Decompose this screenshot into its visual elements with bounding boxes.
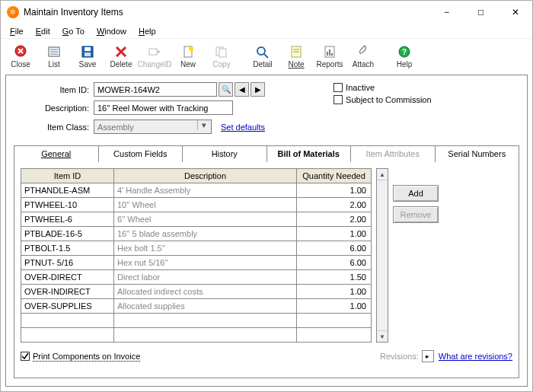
tb-delete[interactable]: Delete	[104, 40, 138, 72]
print-components-label: Print Components on Invoice	[33, 352, 140, 362]
what-are-revisions-link[interactable]: What are revisions?	[439, 352, 512, 361]
tb-reports[interactable]: Reports	[313, 40, 346, 72]
table-row[interactable]: PTBOLT-1.5Hex bolt 1.5''6.00	[21, 241, 372, 256]
inactive-label: Inactive	[346, 83, 375, 92]
item-class-select[interactable]: Assembly	[94, 120, 212, 134]
menu-help[interactable]: Help	[134, 26, 161, 37]
scroll-down-icon[interactable]: ▼	[377, 330, 388, 342]
revisions-lookup[interactable]: ▸	[422, 350, 434, 362]
revisions-label: Revisions:	[380, 352, 419, 361]
tb-copy[interactable]: Copy	[205, 40, 238, 72]
app-icon: ✲	[7, 6, 19, 18]
tb-list[interactable]: List	[37, 40, 71, 72]
svg-rect-8	[85, 47, 91, 51]
add-button[interactable]: Add	[393, 185, 439, 202]
toolbar: Close List Save Delete ChangeID New Copy…	[1, 38, 532, 73]
table-row[interactable]: PTWHEEL-66'' Wheel2.00	[21, 212, 372, 227]
changeid-icon	[146, 43, 163, 60]
menu-window[interactable]: Window	[92, 26, 131, 37]
table-row[interactable]: OVER-INDIRECTAllocated indirect costs1.0…	[21, 285, 372, 299]
detail-icon	[254, 43, 271, 60]
tab-general[interactable]: General	[14, 145, 99, 162]
close-window-button[interactable]: ✕	[498, 1, 532, 24]
minimize-button[interactable]: −	[429, 1, 464, 24]
scroll-up-icon[interactable]: ▲	[377, 169, 388, 180]
maintain-inventory-window: ✲ Maintain Inventory Items − □ ✕ File Ed…	[0, 0, 533, 392]
reports-icon	[321, 43, 338, 60]
table-row-empty[interactable]	[21, 314, 372, 328]
next-record-button[interactable]: ▶	[251, 82, 265, 97]
svg-line-18	[264, 54, 268, 58]
menu-goto[interactable]: Go To	[58, 26, 89, 37]
table-row[interactable]: PTWHEEL-1010'' Wheel2.00	[21, 198, 372, 212]
tab-strip: General Custom Fields History Bill of Ma…	[14, 145, 519, 161]
svg-point-14	[189, 46, 193, 51]
list-icon	[46, 43, 62, 60]
lookup-button[interactable]: 🔍	[219, 82, 233, 97]
col-description[interactable]: Description	[114, 169, 297, 183]
tb-help[interactable]: ?Help	[388, 40, 421, 72]
tb-detail[interactable]: Detail	[246, 40, 279, 72]
tb-save[interactable]: Save	[71, 40, 104, 72]
menu-bar: File Edit Go To Window Help	[1, 24, 532, 38]
tb-close[interactable]: Close	[4, 40, 37, 72]
menu-edit[interactable]: Edit	[31, 26, 55, 37]
item-id-input[interactable]	[94, 82, 217, 97]
tab-bill-of-materials[interactable]: Bill of Materials	[267, 145, 352, 162]
delete-icon	[113, 43, 129, 60]
tb-new[interactable]: New	[171, 40, 205, 72]
new-icon	[180, 43, 196, 60]
save-icon	[79, 43, 96, 60]
commission-label: Subject to Commission	[346, 95, 432, 104]
table-row[interactable]: PTHANDLE-ASM4' Handle Assembly1.00	[21, 183, 372, 198]
svg-rect-12	[149, 49, 157, 55]
set-defaults-link[interactable]: Set defaults	[221, 123, 265, 132]
title-bar: ✲ Maintain Inventory Items − □ ✕	[1, 1, 532, 24]
prev-record-button[interactable]: ◀	[235, 82, 249, 97]
description-input[interactable]	[94, 100, 233, 115]
table-row[interactable]: PTNUT- 5/16Hex nut 5/16''6.00	[21, 256, 372, 270]
table-row[interactable]: OVER-SUPPLIESAllocated supplies1.00	[21, 299, 372, 314]
svg-rect-16	[219, 49, 226, 57]
tb-note[interactable]: Note	[279, 40, 313, 72]
help-icon: ?	[396, 43, 413, 60]
maximize-button[interactable]: □	[464, 1, 498, 24]
print-components-checkbox[interactable]	[21, 352, 30, 361]
remove-button[interactable]: Remove	[393, 206, 439, 223]
col-item-id[interactable]: Item ID	[21, 169, 114, 183]
tb-changeid[interactable]: ChangeID	[138, 40, 171, 72]
inactive-checkbox[interactable]	[334, 83, 343, 92]
table-row[interactable]: PTBLADE-16-516'' 5 blade assembly1.00	[21, 227, 372, 241]
svg-rect-9	[85, 53, 91, 56]
window-title: Maintain Inventory Items	[24, 7, 429, 18]
tab-item-attributes[interactable]: Item Attributes	[351, 145, 436, 162]
col-qty[interactable]: Quantity Needed	[297, 169, 372, 183]
svg-point-17	[257, 47, 265, 55]
label-item-class: Item Class:	[14, 123, 94, 132]
label-description: Description:	[14, 104, 94, 113]
svg-rect-25	[331, 53, 333, 56]
table-row-empty[interactable]	[21, 328, 372, 343]
tab-serial-numbers[interactable]: Serial Numbers	[436, 145, 520, 162]
tab-history[interactable]: History	[183, 145, 267, 162]
svg-text:?: ?	[402, 48, 407, 56]
svg-rect-24	[329, 49, 330, 56]
copy-icon	[213, 43, 230, 60]
label-item-id: Item ID:	[14, 85, 94, 94]
bom-grid[interactable]: Item ID Description Quantity Needed PTHA…	[21, 168, 372, 343]
table-row[interactable]: OVER-DIRECTDirect labor1.50	[21, 270, 372, 285]
attach-icon	[355, 43, 372, 60]
commission-checkbox[interactable]	[334, 95, 343, 104]
note-icon	[288, 43, 305, 60]
tb-attach[interactable]: Attach	[346, 40, 380, 72]
grid-scrollbar[interactable]: ▲ ▼	[376, 168, 388, 343]
menu-file[interactable]: File	[5, 26, 28, 37]
content-panel: Item ID: 🔍 ◀ ▶ Description: Item Class: …	[5, 75, 528, 387]
tab-body: Item ID Description Quantity Needed PTHA…	[14, 161, 519, 378]
tab-custom-fields[interactable]: Custom Fields	[99, 145, 184, 162]
close-icon	[12, 43, 29, 60]
svg-rect-23	[327, 52, 328, 56]
